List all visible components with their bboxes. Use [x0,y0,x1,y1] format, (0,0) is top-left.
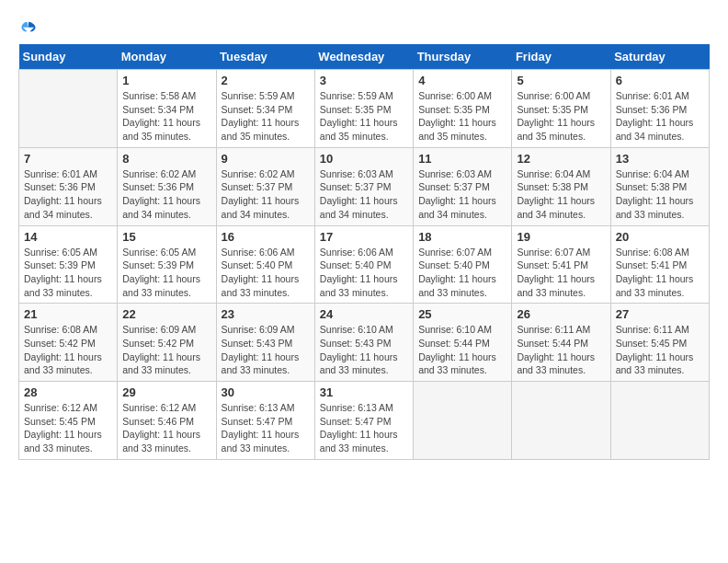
calendar-day-cell [414,382,512,460]
calendar-day-cell: 27Sunrise: 6:11 AM Sunset: 5:45 PM Dayli… [610,304,709,382]
day-info: Sunrise: 6:01 AM Sunset: 5:36 PM Dayligh… [616,89,704,144]
calendar-day-cell: 16Sunrise: 6:06 AM Sunset: 5:40 PM Dayli… [216,225,314,304]
day-info: Sunrise: 5:58 AM Sunset: 5:34 PM Dayligh… [122,89,210,144]
day-info: Sunrise: 5:59 AM Sunset: 5:34 PM Dayligh… [222,89,310,144]
calendar-day-cell: 21Sunrise: 6:08 AM Sunset: 5:42 PM Dayli… [19,304,118,382]
day-info: Sunrise: 6:06 AM Sunset: 5:40 PM Dayligh… [320,246,408,300]
logo [18,18,37,35]
calendar-day-cell: 3Sunrise: 5:59 AM Sunset: 5:35 PM Daylig… [314,70,413,148]
calendar-week-row: 14Sunrise: 6:05 AM Sunset: 5:39 PM Dayli… [19,225,710,304]
calendar-day-cell: 20Sunrise: 6:08 AM Sunset: 5:41 PM Dayli… [610,225,709,304]
logo-icon [20,18,37,35]
day-info: Sunrise: 6:13 AM Sunset: 5:47 PM Dayligh… [222,401,310,455]
day-number: 30 [222,385,310,399]
calendar-table: SundayMondayTuesdayWednesdayThursdayFrid… [18,44,710,460]
day-info: Sunrise: 6:00 AM Sunset: 5:35 PM Dayligh… [418,89,506,144]
day-number: 9 [222,152,310,166]
day-number: 10 [320,152,408,166]
day-info: Sunrise: 6:07 AM Sunset: 5:41 PM Dayligh… [517,246,605,300]
calendar-day-cell: 13Sunrise: 6:04 AM Sunset: 5:38 PM Dayli… [610,147,709,225]
day-number: 3 [320,74,408,87]
calendar-header-row: SundayMondayTuesdayWednesdayThursdayFrid… [19,44,710,70]
day-info: Sunrise: 6:03 AM Sunset: 5:37 PM Dayligh… [320,167,408,222]
day-info: Sunrise: 6:11 AM Sunset: 5:44 PM Dayligh… [517,323,605,377]
calendar-day-cell [19,70,118,148]
day-info: Sunrise: 6:01 AM Sunset: 5:36 PM Dayligh… [24,167,112,222]
day-info: Sunrise: 6:12 AM Sunset: 5:46 PM Dayligh… [122,401,210,455]
day-info: Sunrise: 6:03 AM Sunset: 5:37 PM Dayligh… [418,167,506,222]
day-of-week-header: Saturday [610,44,709,70]
day-number: 21 [24,307,112,321]
calendar-day-cell: 15Sunrise: 6:05 AM Sunset: 5:39 PM Dayli… [118,225,216,304]
day-number: 15 [122,230,210,244]
day-info: Sunrise: 6:05 AM Sunset: 5:39 PM Dayligh… [24,246,112,300]
calendar-week-row: 28Sunrise: 6:12 AM Sunset: 5:45 PM Dayli… [19,382,710,460]
calendar-day-cell: 29Sunrise: 6:12 AM Sunset: 5:46 PM Dayli… [118,382,216,460]
calendar-day-cell: 5Sunrise: 6:00 AM Sunset: 5:35 PM Daylig… [512,70,610,148]
calendar-day-cell: 8Sunrise: 6:02 AM Sunset: 5:36 PM Daylig… [118,147,216,225]
day-info: Sunrise: 6:09 AM Sunset: 5:42 PM Dayligh… [122,323,210,377]
day-info: Sunrise: 6:04 AM Sunset: 5:38 PM Dayligh… [517,167,605,222]
day-info: Sunrise: 6:05 AM Sunset: 5:39 PM Dayligh… [122,246,210,300]
calendar-day-cell: 18Sunrise: 6:07 AM Sunset: 5:40 PM Dayli… [414,225,512,304]
day-number: 18 [418,230,506,244]
calendar-day-cell: 7Sunrise: 6:01 AM Sunset: 5:36 PM Daylig… [19,147,118,225]
day-number: 16 [222,230,310,244]
day-of-week-header: Monday [118,44,216,70]
day-number: 11 [418,152,506,166]
day-of-week-header: Wednesday [314,44,413,70]
day-info: Sunrise: 6:13 AM Sunset: 5:47 PM Dayligh… [320,401,408,455]
calendar-day-cell: 10Sunrise: 6:03 AM Sunset: 5:37 PM Dayli… [314,147,413,225]
day-number: 25 [418,307,506,321]
day-info: Sunrise: 6:04 AM Sunset: 5:38 PM Dayligh… [616,167,704,222]
day-of-week-header: Sunday [19,44,118,70]
calendar-day-cell: 30Sunrise: 6:13 AM Sunset: 5:47 PM Dayli… [216,382,314,460]
day-number: 12 [517,152,605,166]
day-number: 1 [122,74,210,87]
day-info: Sunrise: 6:10 AM Sunset: 5:43 PM Dayligh… [320,323,408,377]
day-info: Sunrise: 6:07 AM Sunset: 5:40 PM Dayligh… [418,246,506,300]
day-info: Sunrise: 6:00 AM Sunset: 5:35 PM Dayligh… [517,89,605,144]
calendar-day-cell: 14Sunrise: 6:05 AM Sunset: 5:39 PM Dayli… [19,225,118,304]
day-number: 13 [616,152,704,166]
day-info: Sunrise: 6:12 AM Sunset: 5:45 PM Dayligh… [24,401,112,455]
calendar-day-cell: 6Sunrise: 6:01 AM Sunset: 5:36 PM Daylig… [610,70,709,148]
calendar-day-cell: 4Sunrise: 6:00 AM Sunset: 5:35 PM Daylig… [414,70,512,148]
day-of-week-header: Tuesday [216,44,314,70]
day-number: 17 [320,230,408,244]
calendar-day-cell [610,382,709,460]
day-info: Sunrise: 6:11 AM Sunset: 5:45 PM Dayligh… [616,323,704,377]
day-info: Sunrise: 6:06 AM Sunset: 5:40 PM Dayligh… [222,246,310,300]
day-number: 22 [122,307,210,321]
day-info: Sunrise: 6:08 AM Sunset: 5:42 PM Dayligh… [24,323,112,377]
day-number: 24 [320,307,408,321]
calendar-week-row: 1Sunrise: 5:58 AM Sunset: 5:34 PM Daylig… [19,70,710,148]
calendar-day-cell: 19Sunrise: 6:07 AM Sunset: 5:41 PM Dayli… [512,225,610,304]
calendar-day-cell: 2Sunrise: 5:59 AM Sunset: 5:34 PM Daylig… [216,70,314,148]
day-number: 19 [517,230,605,244]
calendar-day-cell: 24Sunrise: 6:10 AM Sunset: 5:43 PM Dayli… [314,304,413,382]
calendar-week-row: 7Sunrise: 6:01 AM Sunset: 5:36 PM Daylig… [19,147,710,225]
day-number: 2 [222,74,310,87]
day-number: 27 [616,307,704,321]
calendar-day-cell: 28Sunrise: 6:12 AM Sunset: 5:45 PM Dayli… [19,382,118,460]
day-number: 7 [24,152,112,166]
calendar-day-cell: 25Sunrise: 6:10 AM Sunset: 5:44 PM Dayli… [414,304,512,382]
day-number: 6 [616,74,704,87]
day-number: 26 [517,307,605,321]
day-number: 5 [517,74,605,87]
day-info: Sunrise: 6:09 AM Sunset: 5:43 PM Dayligh… [222,323,310,377]
calendar-day-cell: 31Sunrise: 6:13 AM Sunset: 5:47 PM Dayli… [314,382,413,460]
day-number: 29 [122,385,210,399]
day-info: Sunrise: 6:10 AM Sunset: 5:44 PM Dayligh… [418,323,506,377]
day-number: 23 [222,307,310,321]
day-number: 28 [24,385,112,399]
day-of-week-header: Thursday [414,44,512,70]
calendar-day-cell [512,382,610,460]
calendar-day-cell: 1Sunrise: 5:58 AM Sunset: 5:34 PM Daylig… [118,70,216,148]
day-info: Sunrise: 6:02 AM Sunset: 5:36 PM Dayligh… [122,167,210,222]
day-number: 14 [24,230,112,244]
day-number: 8 [122,152,210,166]
calendar-day-cell: 12Sunrise: 6:04 AM Sunset: 5:38 PM Dayli… [512,147,610,225]
page-header [18,18,710,35]
